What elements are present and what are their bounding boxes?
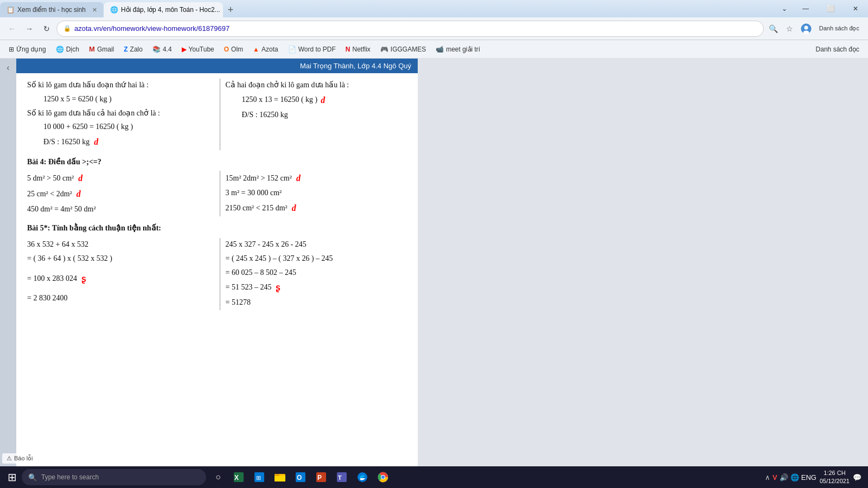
- chrome-icon[interactable]: [373, 467, 393, 487]
- bookmark-zalo-favicon: Z: [124, 46, 127, 53]
- bookmark-azota[interactable]: ▲ Azota: [248, 44, 283, 55]
- taskbar-search[interactable]: 🔍 Type here to search: [22, 469, 206, 485]
- bai4-l3: 450 dm² = 4m² 50 dm²: [27, 203, 209, 216]
- report-error-button[interactable]: ⚠ Báo lỗi: [2, 453, 37, 464]
- close-button[interactable]: ✕: [843, 0, 868, 17]
- bookmark-44-favicon: 📚: [152, 46, 161, 53]
- minimize-button[interactable]: —: [793, 0, 818, 17]
- bai4-title: Bài 4: Điền dấu >;<=?: [27, 156, 407, 169]
- excel-icon[interactable]: X: [229, 467, 248, 487]
- back-panel[interactable]: ‹: [0, 59, 16, 466]
- bookmark-youtube-label: YouTube: [189, 46, 214, 53]
- bookmark-word-to-pdf-label: Word to PDF: [298, 46, 336, 53]
- right-panel: [418, 59, 868, 466]
- svg-text:X: X: [234, 474, 239, 481]
- volume-icon[interactable]: 🔊: [780, 473, 788, 481]
- bai5-right: 245 x 327 - 245 x 26 - 245 = ( 245 x 245…: [220, 238, 407, 310]
- tab-1[interactable]: 📋 Xem điểm thi - học sinh ✕: [0, 2, 104, 17]
- danh-sach-doc-button[interactable]: Danh sách đọc: [815, 21, 864, 36]
- bookmark-ung-dung[interactable]: ⊞ Ứng dụng: [4, 44, 50, 55]
- maximize-button[interactable]: ⬜: [818, 0, 843, 17]
- system-tray: ∧ V 🔊 🌐 ENG 1:26 CH 05/12/2021 💬: [765, 469, 866, 486]
- bookmark-olm-label: Olm: [231, 46, 243, 53]
- bookmark-zalo[interactable]: Z Zalo: [119, 44, 147, 55]
- bookmark-meet[interactable]: 📹 meet giải trí: [431, 44, 484, 55]
- teams-icon[interactable]: T: [332, 467, 352, 487]
- bai4-l2: 25 cm² < 2dm² d: [27, 187, 209, 201]
- svg-text:T: T: [338, 474, 342, 481]
- start-button[interactable]: ⊞: [2, 467, 22, 487]
- outlook-icon[interactable]: O: [291, 467, 310, 487]
- star-icon-btn[interactable]: ☆: [782, 21, 797, 36]
- bookmark-44[interactable]: 📚 4.4: [148, 44, 176, 55]
- forward-button[interactable]: →: [22, 21, 37, 36]
- tray-expand-icon[interactable]: ∧: [765, 473, 770, 481]
- bai4-mark-d2: d: [76, 187, 81, 201]
- danh-sach-doc-bookmark[interactable]: Danh sách đọc: [812, 44, 864, 55]
- bai3-l3: Số ki lô gam dưa hấu cả hai đoạn chở là …: [27, 107, 209, 120]
- tab-1-favicon: 📋: [7, 6, 14, 14]
- bai4-mark-d3: d: [296, 171, 301, 185]
- window-controls: ⌄ — ⬜ ✕: [776, 0, 868, 17]
- svg-rect-9: [275, 474, 279, 476]
- powerpoint-icon[interactable]: P: [311, 467, 331, 487]
- bai3-r1: Cả hai đoạn chở ki lô gam dưa hấu là :: [226, 79, 407, 92]
- bookmark-meet-label: meet giải trí: [446, 46, 480, 53]
- tab-search-button[interactable]: ⌄: [776, 0, 793, 17]
- network-icon[interactable]: 🌐: [790, 473, 799, 481]
- tab-2-favicon: 🌐: [110, 6, 118, 14]
- svg-text:P: P: [317, 474, 322, 481]
- bai3-r-mark-d: d: [321, 93, 325, 107]
- bai3-r2: 1250 x 13 = 16250 ( kg ) d: [226, 93, 407, 107]
- new-tab-button[interactable]: +: [223, 2, 238, 17]
- document-panel[interactable]: Mai Trọng Thành, Lớp 4.4 Ngô Quý Số ki l…: [16, 59, 418, 466]
- url-text: azota.vn/en/homework/view-homework/61879…: [74, 24, 757, 33]
- bookmark-netflix-favicon: N: [346, 46, 350, 53]
- address-bar-icons: 🔍 ☆ Danh sách đọc: [766, 21, 864, 36]
- svg-text:⊞: ⊞: [256, 474, 261, 481]
- tab-strip: 📋 Xem điểm thi - học sinh ✕ 🌐 Hỏi đáp, l…: [0, 0, 238, 17]
- back-button[interactable]: ←: [4, 21, 20, 36]
- bookmark-dich[interactable]: 🌐 Dịch: [52, 44, 84, 55]
- store-icon[interactable]: ⊞: [250, 467, 269, 487]
- clock[interactable]: 1:26 CH 05/12/2021: [820, 469, 850, 486]
- bookmark-olm[interactable]: O Olm: [220, 44, 247, 55]
- refresh-button[interactable]: ↻: [39, 21, 54, 36]
- notification-button[interactable]: 💬: [853, 473, 861, 481]
- danh-sach-doc-label: Danh sách đọc: [816, 46, 859, 53]
- cortana-button[interactable]: ○: [208, 467, 228, 487]
- file-explorer-icon[interactable]: [270, 467, 290, 487]
- bai5-r4: = 51 523 – 245 ʂ: [226, 280, 407, 295]
- bookmark-gmail[interactable]: M Gmail: [85, 43, 118, 55]
- report-error-icon: ⚠: [7, 455, 12, 462]
- bookmark-netflix[interactable]: N Netflix: [341, 44, 375, 55]
- back-arrow-icon: ‹: [7, 63, 9, 73]
- bai3-mark-d: d: [94, 134, 98, 149]
- bai3-l5: Đ/S : 16250 kg d: [27, 134, 209, 149]
- bookmark-word-to-pdf[interactable]: 📄 Word to PDF: [284, 44, 340, 55]
- url-bar[interactable]: 🔒 azota.vn/en/homework/view-homework/618…: [56, 21, 764, 37]
- bai4-content: 5 dm² > 50 cm² d 25 cm² < 2dm² d 450 dm²…: [27, 171, 407, 216]
- profile-icon-btn[interactable]: [799, 21, 814, 36]
- edge-icon[interactable]: [353, 467, 372, 487]
- address-bar: ← → ↻ 🔒 azota.vn/en/homework/view-homewo…: [0, 17, 868, 40]
- bookmarks-right: Danh sách đọc: [812, 44, 864, 55]
- bai5-l4: = 2 830 2400: [27, 292, 209, 305]
- bookmark-igggames-favicon: 🎮: [380, 46, 388, 53]
- titlebar: 📋 Xem điểm thi - học sinh ✕ 🌐 Hỏi đáp, l…: [0, 0, 868, 17]
- bookmark-igggames[interactable]: 🎮 IGGGAMES: [376, 44, 430, 55]
- bai3-section: Số ki lô gam dưa hấu đoạn thứ hai là : 1…: [27, 79, 407, 150]
- taskbar-app-icons: ○ X ⊞ O: [208, 467, 393, 487]
- bai5-content: 36 x 532 + 64 x 532 = ( 36 + 64 ) x ( 53…: [27, 238, 407, 310]
- antivirus-icon[interactable]: V: [773, 473, 777, 481]
- tab-2[interactable]: 🌐 Hỏi đáp, lớp 4, môn Toán - Hoc2... ✕: [104, 2, 223, 17]
- tab-1-close[interactable]: ✕: [92, 7, 97, 14]
- language-icon[interactable]: ENG: [801, 473, 816, 481]
- bai5-r5: = 51278: [226, 296, 407, 309]
- bai3-r3: Đ/S : 16250 kg: [226, 108, 407, 121]
- bai5-r3: = 60 025 – 8 502 – 245: [226, 266, 407, 279]
- bai5-title: Bài 5*: Tính bằng cách thuận tiện nhất:: [27, 222, 407, 235]
- taskbar: ⊞ 🔍 Type here to search ○ X ⊞: [0, 466, 868, 488]
- search-icon-btn[interactable]: 🔍: [766, 21, 781, 36]
- bookmark-youtube[interactable]: ▶ YouTube: [177, 44, 219, 55]
